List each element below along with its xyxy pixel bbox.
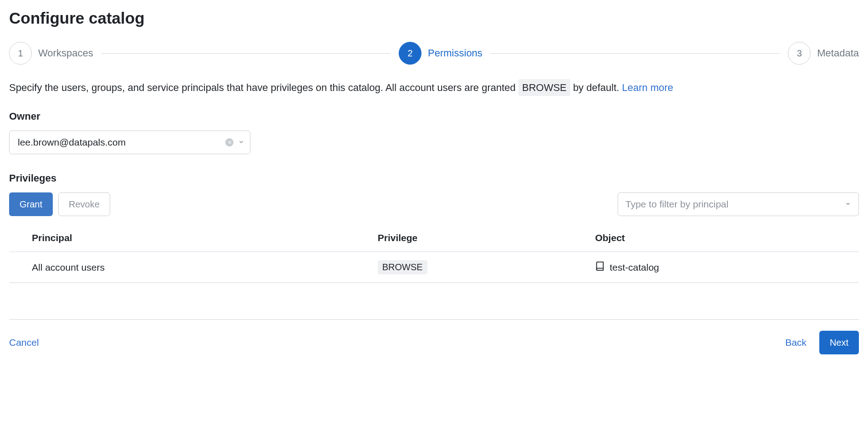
privilege-badge: BROWSE — [378, 260, 427, 274]
step-number: 2 — [399, 42, 421, 65]
owner-select[interactable]: lee.brown@datapals.com ✕ — [9, 131, 250, 154]
filter-placeholder: Type to filter by principal — [625, 199, 728, 210]
clear-icon[interactable]: ✕ — [225, 138, 233, 146]
privileges-toolbar: Grant Revoke Type to filter by principal — [9, 192, 859, 216]
owner-label: Owner — [9, 111, 859, 122]
step-workspaces[interactable]: 1 Workspaces — [9, 42, 93, 65]
step-permissions[interactable]: 2 Permissions — [399, 42, 482, 65]
step-label: Permissions — [428, 47, 482, 59]
catalog-icon — [595, 261, 605, 273]
description-after: by default. — [573, 82, 622, 93]
chevron-down-icon[interactable] — [238, 139, 244, 146]
privileges-table: Principal Privilege Object All account u… — [9, 224, 859, 283]
browse-badge: BROWSE — [518, 79, 570, 96]
step-divider — [491, 53, 780, 54]
cell-object: test-catalog — [589, 252, 859, 283]
grant-button[interactable]: Grant — [9, 192, 53, 216]
page-title: Configure catalog — [9, 9, 859, 27]
object-name: test-catalog — [609, 262, 659, 273]
description-before: Specify the users, groups, and service p… — [9, 82, 518, 93]
filter-principal-select[interactable]: Type to filter by principal — [618, 192, 859, 216]
back-button[interactable]: Back — [785, 337, 807, 348]
col-principal: Principal — [9, 224, 372, 252]
step-metadata[interactable]: 3 Metadata — [788, 42, 859, 65]
privileges-label: Privileges — [9, 172, 859, 184]
cell-principal: All account users — [9, 252, 372, 283]
revoke-button[interactable]: Revoke — [58, 192, 110, 216]
description-text: Specify the users, groups, and service p… — [9, 79, 859, 96]
chevron-down-icon[interactable] — [845, 201, 851, 208]
cancel-button[interactable]: Cancel — [9, 337, 39, 348]
step-number: 1 — [9, 42, 32, 65]
step-label: Workspaces — [38, 47, 93, 59]
col-privilege: Privilege — [372, 224, 590, 252]
next-button[interactable]: Next — [819, 331, 859, 354]
col-object: Object — [589, 224, 859, 252]
cell-privilege: BROWSE — [372, 252, 590, 283]
footer: Cancel Back Next — [9, 319, 859, 354]
learn-more-link[interactable]: Learn more — [622, 82, 674, 93]
step-divider — [102, 53, 391, 54]
step-number: 3 — [788, 42, 811, 65]
stepper: 1 Workspaces 2 Permissions 3 Metadata — [9, 42, 859, 65]
owner-value: lee.brown@datapals.com — [18, 137, 126, 148]
table-row[interactable]: All account users BROWSE test-catalog — [9, 252, 859, 283]
step-label: Metadata — [817, 47, 859, 59]
